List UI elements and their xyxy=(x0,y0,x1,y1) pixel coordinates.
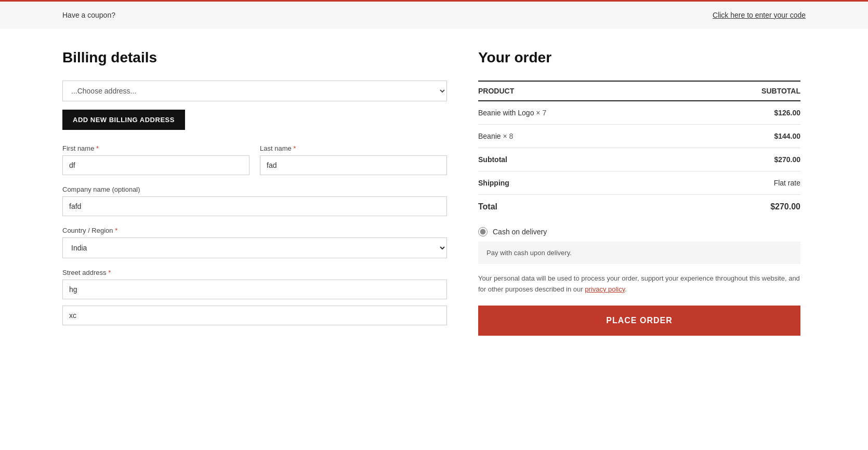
last-name-input[interactable] xyxy=(260,155,447,175)
subtotal-label: Subtotal xyxy=(478,148,683,171)
coupon-link[interactable]: Click here to enter your code xyxy=(713,11,806,19)
name-row: First name * Last name * xyxy=(62,144,447,175)
col-product: PRODUCT xyxy=(478,81,683,101)
item-2-name: Beanie × 8 xyxy=(478,125,683,148)
item-2-price: $144.00 xyxy=(683,125,800,148)
billing-title: Billing details xyxy=(62,49,447,66)
order-item-1: Beanie with Logo × 7 $126.00 xyxy=(478,101,800,125)
add-address-button[interactable]: ADD NEW BILLING ADDRESS xyxy=(62,110,185,130)
total-label: Total xyxy=(478,195,683,219)
company-input[interactable] xyxy=(62,196,447,216)
last-name-group: Last name * xyxy=(260,144,447,175)
order-item-2: Beanie × 8 $144.00 xyxy=(478,125,800,148)
total-value: $270.00 xyxy=(683,195,800,219)
country-label: Country / Region * xyxy=(62,227,447,234)
street-group-2 xyxy=(62,306,447,325)
payment-label-cod: Cash on delivery xyxy=(493,228,547,236)
place-order-button[interactable]: PLACE ORDER xyxy=(478,306,800,336)
subtotal-value: $270.00 xyxy=(683,148,800,171)
country-select[interactable]: India xyxy=(62,237,447,258)
order-table: PRODUCT SUBTOTAL Beanie with Logo × 7 $1… xyxy=(478,81,800,219)
street-input-2[interactable] xyxy=(62,306,447,325)
total-row: Total $270.00 xyxy=(478,195,800,219)
company-group: Company name (optional) xyxy=(62,186,447,216)
country-group: Country / Region * India xyxy=(62,227,447,258)
first-name-label: First name * xyxy=(62,144,249,152)
payment-option-cod: Cash on delivery xyxy=(478,227,800,236)
street-label: Street address * xyxy=(62,269,447,276)
street-input-1[interactable] xyxy=(62,280,447,299)
payment-radio-cod[interactable] xyxy=(478,227,488,236)
billing-section: Billing details ...Choose address... ADD… xyxy=(62,49,447,336)
order-section: Your order PRODUCT SUBTOTAL Beanie with … xyxy=(478,49,800,336)
address-select[interactable]: ...Choose address... xyxy=(62,81,447,101)
shipping-row: Shipping Flat rate xyxy=(478,171,800,195)
main-container: Billing details ...Choose address... ADD… xyxy=(0,29,868,356)
shipping-label: Shipping xyxy=(478,171,683,195)
first-name-input[interactable] xyxy=(62,155,249,175)
item-1-price: $126.00 xyxy=(683,101,800,125)
shipping-value: Flat rate xyxy=(683,171,800,195)
col-subtotal: SUBTOTAL xyxy=(683,81,800,101)
privacy-policy-link[interactable]: privacy policy xyxy=(585,285,625,293)
last-name-label: Last name * xyxy=(260,144,447,152)
coupon-text: Have a coupon? xyxy=(62,11,115,19)
coupon-bar: Have a coupon? Click here to enter your … xyxy=(0,0,868,29)
privacy-text: Your personal data will be used to proce… xyxy=(478,273,800,295)
company-label: Company name (optional) xyxy=(62,186,447,193)
street-group: Street address * xyxy=(62,269,447,299)
payment-section: Cash on delivery Pay with cash upon deli… xyxy=(478,227,800,264)
payment-description: Pay with cash upon delivery. xyxy=(478,242,800,264)
subtotal-row: Subtotal $270.00 xyxy=(478,148,800,171)
order-title: Your order xyxy=(478,49,800,66)
item-1-name: Beanie with Logo × 7 xyxy=(478,101,683,125)
first-name-group: First name * xyxy=(62,144,249,175)
